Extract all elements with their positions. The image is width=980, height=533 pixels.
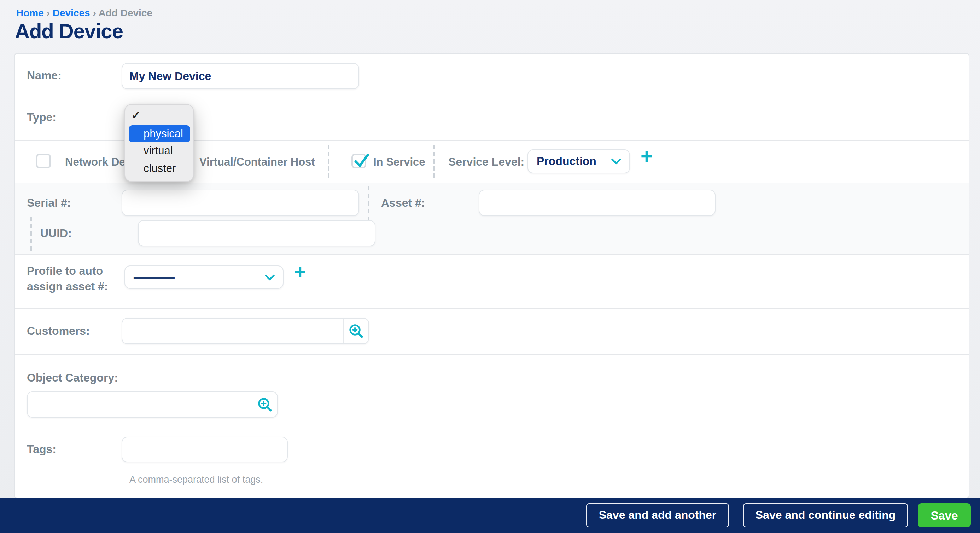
uuid-label: UUID: xyxy=(40,227,72,240)
asset-label: Asset #: xyxy=(381,197,425,209)
type-option-cluster[interactable]: cluster xyxy=(125,160,193,177)
name-input[interactable] xyxy=(122,63,359,89)
save-button[interactable]: Save xyxy=(918,503,971,527)
selected-checkmark-icon: ✓ xyxy=(132,109,140,122)
service-level-label: Service Level: xyxy=(448,156,524,168)
tags-help-text: A comma-separated list of tags. xyxy=(129,474,263,485)
profile-label-line1: Profile to auto xyxy=(27,265,103,277)
customers-input[interactable] xyxy=(123,319,343,343)
row-divider xyxy=(15,430,969,430)
type-option-blank[interactable]: ✓ xyxy=(125,108,193,125)
asset-input[interactable] xyxy=(479,190,716,216)
chevron-down-icon xyxy=(611,158,622,165)
vertical-dashed-divider xyxy=(368,186,369,221)
zoom-in-lookup-icon xyxy=(258,397,272,412)
type-option-physical[interactable]: physical xyxy=(128,125,190,142)
checkmark-icon xyxy=(352,152,371,171)
uuid-indent-dashed-line xyxy=(30,217,32,251)
customers-label: Customers: xyxy=(27,325,90,338)
breadcrumb: Home › Devices › Add Device xyxy=(16,7,153,18)
service-level-value: Production xyxy=(528,155,611,168)
object-category-input-group xyxy=(27,391,278,418)
serial-input[interactable] xyxy=(122,190,359,216)
object-category-label: Object Category: xyxy=(27,372,118,385)
page-title: Add Device xyxy=(15,20,123,43)
object-category-input[interactable] xyxy=(27,392,252,417)
in-service-label: In Service xyxy=(373,156,425,168)
service-level-select[interactable]: Production xyxy=(528,149,630,174)
save-and-add-another-button[interactable]: Save and add another xyxy=(586,503,729,527)
profile-select-value: ———— xyxy=(125,271,264,284)
tags-input[interactable] xyxy=(122,437,288,462)
serial-label: Serial #: xyxy=(27,197,71,209)
row-divider xyxy=(15,254,969,255)
breadcrumb-separator: › xyxy=(47,7,50,18)
breadcrumb-separator: › xyxy=(92,7,96,18)
row-divider xyxy=(15,354,969,354)
breadcrumb-devices-link[interactable]: Devices xyxy=(52,7,90,18)
add-profile-button[interactable]: + xyxy=(294,262,306,282)
type-option-virtual-label: virtual xyxy=(143,145,173,158)
breadcrumb-home-link[interactable]: Home xyxy=(16,7,44,18)
breadcrumb-current: Add Device xyxy=(98,7,153,18)
tags-label: Tags: xyxy=(27,443,56,456)
uuid-input[interactable] xyxy=(138,220,375,246)
vertical-dashed-divider xyxy=(328,145,329,178)
type-option-physical-label: physical xyxy=(143,128,183,140)
type-dropdown-popup: ✓ physical virtual cluster xyxy=(124,104,194,182)
row-divider xyxy=(15,183,969,184)
chevron-down-icon xyxy=(264,274,275,281)
save-and-continue-editing-button[interactable]: Save and continue editing xyxy=(743,503,908,527)
add-service-level-button[interactable]: + xyxy=(641,147,652,166)
customers-input-group xyxy=(122,318,369,344)
row-divider xyxy=(15,98,969,98)
customers-lookup-button[interactable] xyxy=(343,319,368,343)
add-device-page: Home › Devices › Add Device Add Device N… xyxy=(0,0,980,533)
profile-select[interactable]: ———— xyxy=(124,265,283,289)
zoom-in-lookup-icon xyxy=(348,324,363,338)
virtual-container-host-label: Virtual/Container Host xyxy=(199,156,315,168)
profile-label-line2: assign asset #: xyxy=(27,280,108,292)
type-label: Type: xyxy=(27,111,56,124)
add-device-form-panel: Name: Type: Network Device Virtual/Conta… xyxy=(14,53,969,498)
network-device-checkbox[interactable] xyxy=(36,153,51,168)
name-label: Name: xyxy=(27,69,62,82)
in-service-checkbox[interactable] xyxy=(352,153,366,168)
type-option-cluster-label: cluster xyxy=(143,162,176,175)
type-option-virtual[interactable]: virtual xyxy=(125,142,193,160)
row-divider xyxy=(15,308,969,309)
object-category-lookup-button[interactable] xyxy=(252,392,277,417)
vertical-dashed-divider xyxy=(433,145,435,178)
